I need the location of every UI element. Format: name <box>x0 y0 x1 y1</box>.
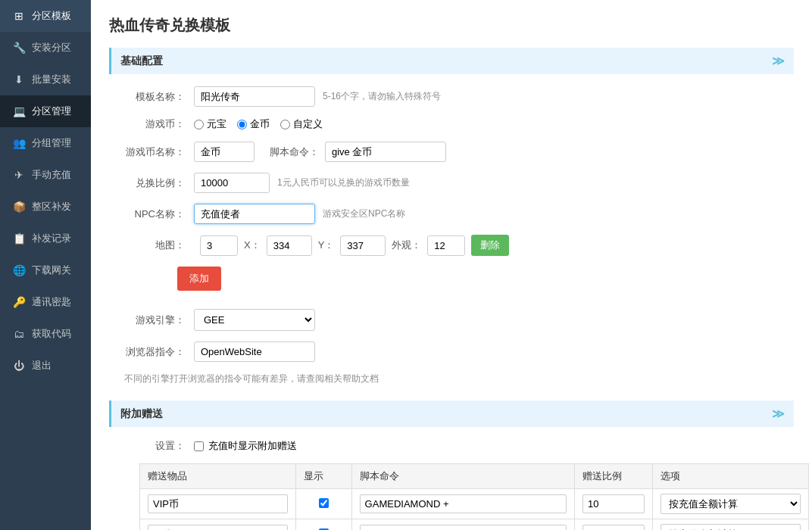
basic-config-section: 基础配置 ≫ 模板名称： 5-16个字，请勿输入特殊符号 游戏币： 元宝 金币 <box>109 48 794 385</box>
coin-radio-custom[interactable] <box>280 120 290 129</box>
coin-option-jinbi[interactable]: 金币 <box>237 117 270 131</box>
gift-config-section: 附加赠送 ≫ 设置： 充值时显示附加赠送 赠送物品 显示 脚本命令 赠送比例 <box>109 401 794 530</box>
page-title: 热血传奇兑换模板 <box>109 15 794 36</box>
y-input[interactable] <box>340 235 386 256</box>
sidebar-item-label: 补发记录 <box>32 232 71 245</box>
install-icon: 🔧 <box>12 41 26 55</box>
npc-hint: 游戏安全区NPC名称 <box>323 207 405 220</box>
sidebar-item-batch[interactable]: ⬇ 批量安装 <box>0 64 91 95</box>
gift-option-select-0[interactable]: 按充值全额计算按单次充值计算 <box>661 494 801 514</box>
gift-table-row: 按充值全额计算按单次充值计算 <box>140 519 809 531</box>
coin-radio-yuanbao[interactable] <box>194 120 204 129</box>
gift-item-input-0[interactable] <box>148 494 288 513</box>
coin-radio-jinbi[interactable] <box>237 120 247 129</box>
browser-cmd-input[interactable] <box>194 341 315 362</box>
map-coord-row: 地图： X： Y： 外观： 删除 <box>109 235 794 256</box>
comm-icon: 🔑 <box>12 295 26 309</box>
sidebar-item-label: 分区模板 <box>32 9 71 23</box>
records-icon: 📋 <box>12 232 26 245</box>
browser-hint: 不同的引擎打开浏览器的指令可能有差异，请查阅相关帮助文档 <box>109 373 794 385</box>
sidebar: ⊞ 分区模板 🔧 安装分区 ⬇ 批量安装 💻 分区管理 👥 分组管理 ✈ 手动充… <box>0 0 91 530</box>
map-input[interactable] <box>200 235 238 256</box>
appearance-input[interactable] <box>427 235 465 256</box>
sidebar-item-label: 退出 <box>32 359 52 373</box>
coin-name-row: 游戏币名称： 脚本命令： <box>109 142 794 162</box>
script-cmd-label: 脚本命令： <box>270 145 319 159</box>
sidebar-item-label: 整区补发 <box>32 200 71 214</box>
appearance-label: 外观： <box>392 238 421 252</box>
gift-header-ratio: 赠送比例 <box>574 464 652 489</box>
sidebar-item-template[interactable]: ⊞ 分区模板 <box>0 0 91 32</box>
coin-radio-group: 元宝 金币 自定义 <box>194 117 323 131</box>
gift-checkbox[interactable] <box>194 441 204 451</box>
x-input[interactable] <box>267 235 312 256</box>
sidebar-item-label: 下载网关 <box>32 263 71 277</box>
engine-select[interactable]: GEE <box>194 309 315 331</box>
gift-show-checkbox-0[interactable] <box>319 498 329 508</box>
gift-config-header: 附加赠送 ≫ <box>109 401 794 427</box>
gift-ratio-input-0[interactable] <box>582 494 645 513</box>
gift-table-row: 按充值全额计算按单次充值计算 <box>140 489 809 519</box>
main-content: 热血传奇兑换模板 基础配置 ≫ 模板名称： 5-16个字，请勿输入特殊符号 游戏… <box>91 0 812 530</box>
exchange-ratio-row: 兑换比例： 1元人民币可以兑换的游戏币数量 <box>109 173 794 193</box>
engine-row: 游戏引擎： GEE <box>109 309 794 331</box>
gift-collapse-icon[interactable]: ≫ <box>772 407 785 421</box>
sidebar-item-label: 批量安装 <box>32 73 71 86</box>
gift-settings-label: 设置： <box>124 439 185 453</box>
sidebar-item-label: 手动充值 <box>32 168 71 182</box>
exchange-ratio-label: 兑换比例： <box>124 176 185 190</box>
exchange-ratio-hint: 1元人民币可以兑换的游戏币数量 <box>277 176 410 189</box>
template-name-label: 模板名称： <box>124 90 185 104</box>
gift-cmd-input-0[interactable] <box>360 494 567 513</box>
template-name-input[interactable] <box>194 86 315 107</box>
getcode-icon: 🗂 <box>12 327 26 341</box>
browser-cmd-row: 浏览器指令： <box>109 341 794 362</box>
engine-label: 游戏引擎： <box>124 313 185 327</box>
basic-config-header: 基础配置 ≫ <box>109 48 794 74</box>
exchange-ratio-input[interactable] <box>194 173 270 193</box>
script-cmd-input[interactable] <box>325 142 446 162</box>
gift-header-show: 显示 <box>296 464 352 489</box>
download-icon: 🌐 <box>12 263 26 277</box>
browser-cmd-label: 浏览器指令： <box>124 345 185 359</box>
gift-header-item: 赠送物品 <box>140 464 296 489</box>
game-coin-row: 游戏币： 元宝 金币 自定义 <box>109 117 794 131</box>
sidebar-item-group[interactable]: 👥 分组管理 <box>0 127 91 159</box>
batch-icon: ⬇ <box>12 73 26 86</box>
coin-option-custom[interactable]: 自定义 <box>280 117 323 131</box>
sidebar-item-label: 通讯密匙 <box>32 295 71 309</box>
sidebar-item-getcode[interactable]: 🗂 获取代码 <box>0 318 91 350</box>
sidebar-item-records[interactable]: 📋 补发记录 <box>0 223 91 254</box>
gift-checkbox-label[interactable]: 充值时显示附加赠送 <box>194 439 297 453</box>
template-name-row: 模板名称： 5-16个字，请勿输入特殊符号 <box>109 86 794 107</box>
x-label: X： <box>244 238 261 252</box>
sidebar-item-install[interactable]: 🔧 安装分区 <box>0 32 91 64</box>
gift-option-select-1[interactable]: 按充值全额计算按单次充值计算 <box>661 524 801 530</box>
manage-icon: 💻 <box>12 104 26 118</box>
game-coin-label: 游戏币： <box>124 117 185 131</box>
y-label: Y： <box>318 238 335 252</box>
gift-checkbox-text: 充值时显示附加赠送 <box>208 439 297 453</box>
delete-button[interactable]: 删除 <box>471 235 509 256</box>
sidebar-item-repair[interactable]: 📦 整区补发 <box>0 191 91 223</box>
gift-header-cmd: 脚本命令 <box>351 464 574 489</box>
sidebar-item-download[interactable]: 🌐 下载网关 <box>0 254 91 286</box>
repair-icon: 📦 <box>12 200 26 214</box>
template-name-hint: 5-16个字，请勿输入特殊符号 <box>323 90 441 103</box>
coin-name-input[interactable] <box>194 142 255 162</box>
basic-collapse-icon[interactable]: ≫ <box>772 54 785 68</box>
sidebar-item-logout[interactable]: ⏻ 退出 <box>0 350 91 382</box>
add-button[interactable]: 添加 <box>177 267 221 291</box>
gift-cmd-input-1[interactable] <box>360 525 567 530</box>
gift-item-input-1[interactable] <box>148 525 288 530</box>
sidebar-item-manage[interactable]: 💻 分区管理 <box>0 95 91 127</box>
gift-ratio-input-1[interactable] <box>582 525 645 530</box>
sidebar-item-comm[interactable]: 🔑 通讯密匙 <box>0 286 91 318</box>
sidebar-item-label: 安装分区 <box>32 41 71 55</box>
basic-config-title: 基础配置 <box>120 55 163 68</box>
npc-name-label: NPC名称： <box>124 207 185 221</box>
coin-option-yuanbao[interactable]: 元宝 <box>194 117 226 131</box>
sidebar-item-recharge[interactable]: ✈ 手动充值 <box>0 159 91 191</box>
template-icon: ⊞ <box>12 9 26 23</box>
npc-name-input[interactable] <box>194 204 315 224</box>
